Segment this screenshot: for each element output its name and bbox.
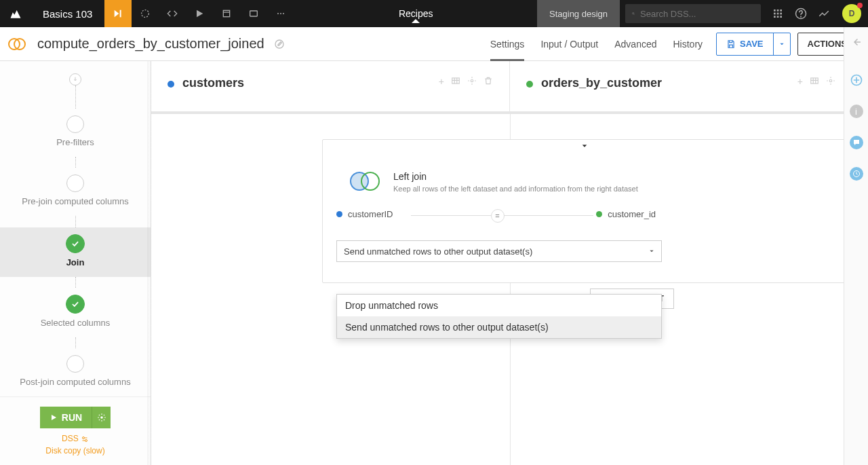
add-icon[interactable]: + (797, 76, 803, 87)
more-icon[interactable] (267, 0, 294, 27)
svg-point-19 (275, 40, 283, 48)
rail-back-icon[interactable] (850, 35, 863, 49)
engine-disk-label[interactable]: Disk copy (slow) (45, 446, 104, 455)
join-type-description: Keep all rows of the left dataset and ad… (393, 185, 638, 193)
table-icon[interactable] (810, 76, 819, 87)
tab-history[interactable]: History (673, 27, 703, 61)
step-postjoin-columns[interactable]: Post-join computed columns (0, 348, 151, 396)
svg-point-26 (829, 79, 832, 82)
add-icon[interactable]: + (439, 76, 444, 87)
apps-icon[interactable] (766, 8, 789, 19)
svg-point-22 (85, 439, 87, 441)
unmatched-rows-select[interactable]: Send unmatched rows to other output data… (336, 240, 662, 262)
app-logo[interactable] (0, 0, 31, 27)
save-button[interactable]: SAVE (716, 33, 790, 56)
join-equals-icon: = (491, 209, 505, 223)
svg-rect-3 (250, 11, 258, 16)
activity-icon[interactable] (812, 7, 835, 20)
recipe-name: compute_orders_by_customer_joined (31, 36, 264, 52)
left-join-key[interactable]: customerID (336, 209, 393, 219)
svg-rect-10 (780, 10, 782, 12)
right-join-key[interactable]: customer_id (596, 209, 656, 219)
chevron-down-icon (649, 248, 654, 254)
gear-icon[interactable] (826, 76, 835, 87)
svg-rect-11 (774, 13, 776, 15)
step-start-circle (69, 73, 81, 86)
left-dataset-name: customers (182, 76, 244, 90)
recipe-tabs: Settings Input / Output Advanced History (477, 27, 716, 61)
panel-icon[interactable] (240, 0, 267, 27)
recipe-type-icon (0, 27, 31, 61)
svg-rect-14 (774, 16, 776, 18)
join-type-title: Left join (393, 171, 638, 182)
step-prefilters[interactable]: Pre-filters (0, 109, 151, 157)
join-content: customers + orders_by_customer + (151, 61, 868, 465)
rail-info-icon[interactable]: i (850, 105, 863, 118)
check-icon (66, 234, 85, 253)
join-card: Left join Keep all rows of the left data… (322, 139, 846, 283)
svg-point-20 (100, 416, 103, 419)
svg-rect-16 (780, 16, 782, 18)
dataset-dot-green (526, 81, 533, 88)
unmatched-rows-dropdown: Drop unmatched rows Send unmatched rows … (336, 294, 662, 339)
search-box[interactable] (625, 4, 761, 23)
edit-name-icon[interactable] (274, 39, 285, 50)
right-dataset-header: orders_by_customer + (510, 61, 868, 111)
svg-rect-2 (224, 10, 230, 16)
svg-rect-8 (774, 10, 776, 12)
check-icon (66, 295, 85, 314)
svg-point-24 (471, 79, 473, 82)
right-rail: i (844, 27, 868, 465)
recipe-header: compute_orders_by_customer_joined Settin… (0, 27, 868, 61)
svg-point-21 (83, 436, 85, 439)
svg-rect-0 (120, 10, 121, 18)
tab-settings[interactable]: Settings (490, 27, 525, 61)
svg-rect-13 (780, 13, 782, 15)
help-icon[interactable] (789, 7, 812, 20)
save-label: SAVE (740, 39, 763, 49)
svg-point-6 (283, 13, 284, 14)
svg-point-4 (277, 13, 279, 14)
run-button[interactable]: RUN (40, 407, 111, 428)
tab-advanced[interactable]: Advanced (614, 27, 656, 61)
flow-icon[interactable] (104, 0, 132, 27)
search-input[interactable] (640, 9, 754, 19)
svg-rect-9 (777, 10, 779, 12)
left-dataset-header: customers + (151, 61, 510, 111)
gear-icon[interactable] (467, 76, 477, 87)
rail-history-icon[interactable] (850, 167, 863, 181)
dataset-dot-blue (167, 81, 174, 88)
svg-point-5 (280, 13, 281, 14)
play-icon[interactable] (186, 0, 213, 27)
code-icon[interactable] (159, 0, 186, 27)
join-type-venn-icon[interactable] (350, 172, 381, 192)
right-dataset-name: orders_by_customer (541, 76, 662, 90)
staging-design-button[interactable]: Staging design (537, 0, 620, 27)
dropdown-option-drop[interactable]: Drop unmatched rows (337, 295, 661, 316)
collapse-caret-icon[interactable] (581, 143, 588, 149)
topbar: Basics 103 Recipes Staging design D (0, 0, 868, 27)
step-join[interactable]: Join (0, 227, 151, 277)
svg-point-1 (142, 10, 149, 18)
rail-chat-icon[interactable] (850, 136, 863, 149)
trash-icon[interactable] (484, 76, 493, 87)
steps-sidebar: Pre-filters Pre-join computed columns Jo… (0, 61, 151, 465)
svg-point-18 (801, 16, 802, 17)
run-settings-icon[interactable] (92, 407, 111, 428)
dropdown-option-send[interactable]: Send unmatched rows to other output data… (337, 316, 661, 338)
nav-recipes[interactable]: Recipes (382, 8, 450, 19)
engine-dss-label[interactable]: DSS (62, 434, 89, 443)
step-prejoin-columns[interactable]: Pre-join computed columns (0, 168, 151, 216)
svg-point-7 (633, 13, 634, 14)
tab-input-output[interactable]: Input / Output (540, 27, 598, 61)
rail-add-icon[interactable] (850, 73, 863, 87)
project-title[interactable]: Basics 103 (31, 8, 104, 20)
table-icon[interactable] (451, 76, 460, 87)
circle-icon[interactable] (132, 0, 159, 27)
save-dropdown-caret[interactable] (773, 33, 790, 55)
user-avatar[interactable]: D (842, 4, 861, 23)
export-icon[interactable] (213, 0, 240, 27)
svg-rect-15 (777, 16, 779, 18)
svg-rect-12 (777, 13, 779, 15)
step-selected-columns[interactable]: Selected columns (0, 288, 151, 337)
